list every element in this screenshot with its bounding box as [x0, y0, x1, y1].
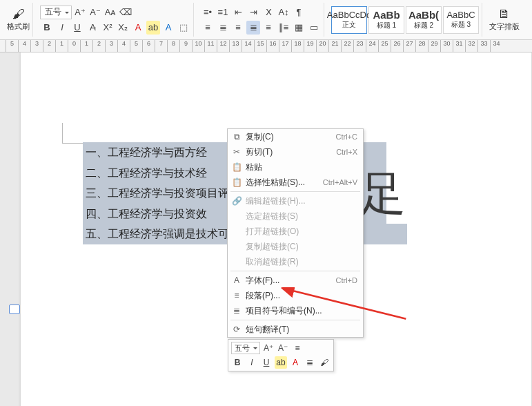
ctx-item-label: 打开超链接(O) — [246, 226, 299, 238]
mini-font-color-button[interactable]: A — [289, 356, 302, 369]
ruler-tick: 13 — [229, 40, 242, 52]
grow-font-button[interactable]: A⁺ — [73, 6, 87, 19]
ctx-item-icon: ≣ — [232, 306, 242, 316]
mini-format-painter-button[interactable]: 🖌 — [318, 356, 331, 369]
ruler-tick: 8 — [167, 40, 179, 52]
ctx-item[interactable]: ⧉复制(C)Ctrl+C — [228, 129, 363, 144]
style-preview: AaBbC — [446, 10, 475, 20]
mini-bold-button[interactable]: B — [231, 356, 244, 369]
indent-dec-button[interactable]: ⇤ — [231, 6, 245, 19]
style-name-label: 正文 — [342, 20, 356, 30]
highlight-button[interactable]: ab — [146, 21, 160, 35]
bold-button[interactable]: B — [40, 21, 54, 35]
comment-indicator-icon[interactable] — [9, 304, 20, 314]
font-color-button[interactable]: A — [131, 21, 145, 35]
ctx-item[interactable]: ≡段落(P)... — [228, 288, 363, 303]
sort-button[interactable]: Ⅹ — [262, 6, 275, 19]
ruler-tick: 4 — [117, 40, 130, 52]
outline-button[interactable]: A↕ — [277, 6, 290, 19]
mini-align-button[interactable]: ≣ — [304, 356, 316, 369]
align-distribute-button[interactable]: ≡ — [262, 21, 275, 35]
ruler-tick: 25 — [378, 40, 391, 52]
ctx-item-icon — [232, 226, 242, 236]
align-center-button[interactable]: ≣ — [216, 21, 230, 35]
style-item-1[interactable]: AaBb标题 1 — [368, 6, 404, 34]
bullets-button[interactable]: ≡• — [201, 6, 215, 19]
style-preview: AaBb — [373, 9, 400, 21]
ctx-item[interactable]: 📋选择性粘贴(S)...Ctrl+Alt+V — [228, 175, 363, 190]
clear-format-button[interactable]: ⌫ — [119, 6, 132, 19]
ctx-separator — [230, 320, 360, 320]
ctx-item[interactable]: 📋粘贴 — [228, 160, 363, 175]
ctx-item-shortcut: Ctrl+C — [336, 133, 357, 141]
align-justify-button[interactable]: ≣ — [246, 21, 260, 35]
paint-brush-icon: 🖌 — [12, 8, 25, 20]
char-border-button[interactable]: ⬚ — [177, 21, 190, 35]
context-menu: ⧉复制(C)Ctrl+C✂剪切(T)Ctrl+X📋粘贴📋选择性粘贴(S)...C… — [227, 128, 364, 338]
ruler-tick: 4 — [18, 40, 30, 52]
ruler-tick: 32 — [465, 40, 477, 52]
ctx-item-label: 剪切(T) — [246, 146, 273, 158]
shading-button[interactable]: ▦ — [292, 21, 306, 35]
line-spacing-button[interactable]: ‖≡ — [277, 21, 290, 35]
align-left-button[interactable]: ≡ — [201, 21, 215, 35]
ctx-item-icon: ⧉ — [232, 132, 242, 142]
ctx-item[interactable]: ≣项目符号和编号(N)... — [228, 303, 363, 318]
ruler-tick: 33 — [477, 40, 490, 52]
strike-button[interactable]: A̶ — [86, 21, 99, 35]
mini-line-spacing-button[interactable]: ≡ — [291, 342, 304, 354]
underline-button[interactable]: U — [70, 21, 84, 35]
ctx-item-label: 复制(C) — [246, 131, 274, 143]
mini-font-size-select[interactable]: 五号 — [231, 342, 260, 354]
ctx-item: 打开超链接(O) — [228, 224, 363, 239]
border-button[interactable]: ▭ — [307, 21, 321, 35]
ctx-item-label: 选定超链接(S) — [246, 211, 298, 222]
mini-italic-button[interactable]: I — [246, 356, 258, 369]
mini-highlight-button[interactable]: ab — [275, 356, 287, 369]
change-case-button[interactable]: Aᴀ — [104, 6, 117, 19]
ctx-item-label: 选择性粘贴(S)... — [246, 177, 305, 188]
superscript-button[interactable]: X² — [101, 21, 115, 35]
ruler-tick: 16 — [266, 40, 279, 52]
ctx-item-icon: 📋 — [232, 177, 242, 187]
text-layout-label: 文字排版 — [489, 21, 520, 32]
align-right-button[interactable]: ≡ — [231, 21, 245, 35]
shrink-font-button[interactable]: A⁻ — [88, 6, 102, 19]
ctx-item[interactable]: A字体(F)...Ctrl+D — [228, 273, 363, 288]
mini-shrink-font-button[interactable]: A⁻ — [277, 342, 289, 354]
ruler-tick: 19 — [304, 40, 316, 52]
font-size-select[interactable]: 五号 — [40, 6, 72, 19]
para-marks-button[interactable]: ¶ — [292, 6, 306, 19]
style-name-label: 标题 1 — [377, 21, 396, 30]
italic-button[interactable]: I — [55, 21, 69, 35]
style-item-2[interactable]: AaBb(标题 2 — [406, 6, 442, 34]
ruler-tick: 26 — [391, 40, 403, 52]
ruler-tick: 7 — [155, 40, 167, 52]
ruler-tick: 31 — [453, 40, 465, 52]
ctx-item[interactable]: ✂剪切(T)Ctrl+X — [228, 144, 363, 160]
style-item-3[interactable]: AaBbC标题 3 — [443, 6, 479, 34]
ruler-tick: 6 — [142, 40, 155, 52]
text-layout-icon: 🗎 — [498, 8, 511, 20]
mini-format-toolbar: 五号 A⁺ A⁻ ≡ B I U ab A ≣ 🖌 — [228, 339, 334, 371]
mini-underline-button[interactable]: U — [260, 356, 273, 369]
subscript-button[interactable]: X₂ — [116, 21, 130, 35]
ctx-item-icon: 📋 — [232, 162, 242, 172]
horizontal-ruler[interactable]: 5432101234567891011121314151617181920212… — [0, 40, 532, 52]
mini-grow-font-button[interactable]: A⁺ — [262, 342, 275, 354]
ctx-item-icon: ✂ — [232, 147, 242, 157]
ruler-tick: 23 — [353, 40, 366, 52]
ctx-item[interactable]: ⟳短句翻译(T) — [228, 322, 363, 337]
ruler-tick: 2 — [43, 40, 55, 52]
style-preview: AaBb( — [408, 9, 439, 21]
indent-inc-button[interactable]: ⇥ — [246, 6, 260, 19]
text-layout-button[interactable]: 🗎 文字排版 — [489, 8, 520, 32]
ruler-tick: 22 — [341, 40, 353, 52]
ctx-item-shortcut: Ctrl+Alt+V — [323, 178, 357, 186]
group-styles: AaBbCcDd正文AaBb标题 1AaBb(标题 2AaBbC标题 3 — [328, 3, 482, 37]
style-item-0[interactable]: AaBbCcDd正文 — [331, 6, 367, 34]
format-painter-button[interactable]: 🖌 格式刷 — [7, 8, 30, 32]
ruler-tick: 1 — [80, 40, 92, 52]
font-color2-button[interactable]: A — [161, 21, 175, 35]
numbering-button[interactable]: ≡1 — [216, 6, 230, 19]
